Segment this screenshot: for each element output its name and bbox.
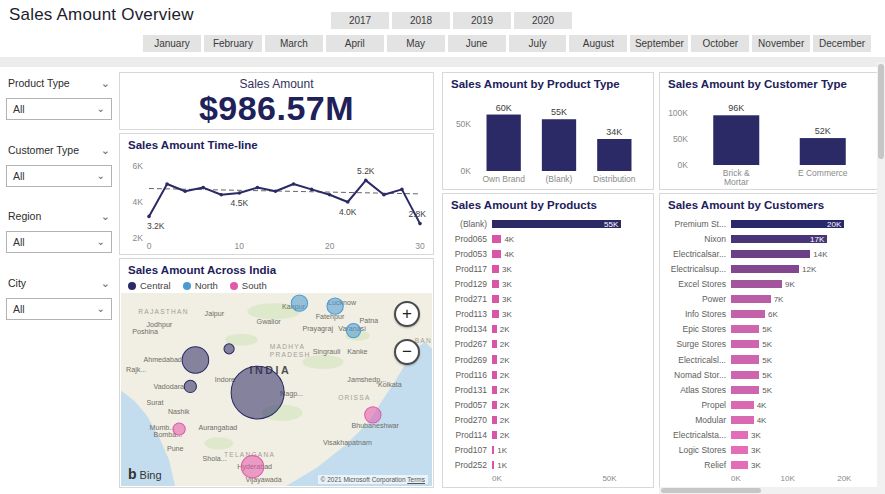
data-point[interactable]	[238, 191, 242, 195]
data-point[interactable]	[147, 215, 151, 219]
page-vertical-scrollbar[interactable]	[877, 62, 885, 494]
month-button-december[interactable]: December	[813, 35, 871, 52]
map-bubble-south[interactable]	[173, 423, 185, 435]
bar[interactable]	[731, 265, 799, 273]
data-point[interactable]	[274, 189, 278, 193]
map-bubble-south[interactable]	[365, 407, 381, 423]
bar[interactable]	[731, 446, 748, 454]
bar[interactable]	[492, 371, 497, 379]
bar[interactable]	[731, 340, 759, 348]
month-button-september[interactable]: September	[630, 35, 688, 52]
timeline-chart: 2K4K6K01020303.2K4.5K4.0K5.2K2.8K	[123, 156, 430, 252]
bar[interactable]	[731, 295, 771, 303]
map-bubble-central[interactable]	[224, 344, 234, 354]
slicer-dropdown-customer-type[interactable]: All⌄	[6, 165, 112, 187]
legend-item-north[interactable]: North	[183, 280, 218, 291]
map-bubble-north[interactable]	[346, 323, 360, 337]
bar[interactable]	[492, 295, 499, 303]
bar[interactable]	[731, 280, 782, 288]
data-point[interactable]	[292, 182, 296, 186]
data-point[interactable]	[165, 182, 169, 186]
data-point[interactable]	[256, 186, 260, 190]
month-button-october[interactable]: October	[691, 35, 749, 52]
horizontal-scrollbar-thumb[interactable]	[661, 488, 761, 493]
year-button-2019[interactable]: 2019	[453, 12, 511, 29]
bar[interactable]	[731, 371, 759, 379]
vertical-scrollbar-thumb[interactable]	[878, 64, 884, 159]
month-button-february[interactable]: February	[204, 35, 262, 52]
map-bubble-central[interactable]	[182, 347, 209, 373]
bar[interactable]	[492, 431, 497, 439]
data-point[interactable]	[382, 193, 386, 197]
product-type-chart: 0K50K60KOwn Brand55K(Blank)34KDistributi…	[446, 95, 650, 187]
timeline-series[interactable]	[149, 180, 420, 223]
month-button-may[interactable]: May	[387, 35, 445, 52]
month-button-august[interactable]: August	[569, 35, 627, 52]
map-bubble-south[interactable]	[241, 456, 263, 478]
map-zoom-in-button[interactable]: +	[394, 301, 420, 327]
data-point[interactable]	[364, 179, 368, 183]
column-bar[interactable]	[487, 115, 521, 171]
bar[interactable]	[731, 355, 759, 363]
bar[interactable]	[492, 310, 499, 318]
month-button-july[interactable]: July	[509, 35, 567, 52]
bar[interactable]	[492, 461, 494, 469]
map-bubble-central[interactable]	[184, 380, 196, 392]
slicer-header-region[interactable]: Region⌄	[6, 209, 112, 223]
column-bar[interactable]	[542, 119, 576, 171]
year-button-2020[interactable]: 2020	[514, 12, 572, 29]
year-button-2017[interactable]: 2017	[331, 12, 389, 29]
bar[interactable]	[492, 340, 497, 348]
month-button-november[interactable]: November	[752, 35, 810, 52]
bar[interactable]	[492, 446, 494, 454]
data-point[interactable]	[183, 189, 187, 193]
customers-horizontal-scrollbar[interactable]	[659, 487, 878, 494]
bar[interactable]	[731, 310, 765, 318]
terms-link[interactable]: Terms	[407, 476, 425, 483]
slicer-dropdown-product-type[interactable]: All⌄	[6, 98, 112, 120]
month-button-june[interactable]: June	[448, 35, 506, 52]
map-bubble-central[interactable]	[231, 366, 284, 419]
bar[interactable]	[492, 355, 497, 363]
legend-item-south[interactable]: South	[230, 280, 267, 291]
bar[interactable]	[492, 280, 499, 288]
data-point[interactable]	[418, 222, 422, 226]
year-button-2018[interactable]: 2018	[392, 12, 450, 29]
map-zoom-out-button[interactable]: −	[394, 339, 420, 365]
data-point[interactable]	[400, 188, 404, 192]
map-bubble-north[interactable]	[291, 295, 307, 311]
bar[interactable]	[731, 461, 748, 469]
slicer-dropdown-city[interactable]: All⌄	[6, 298, 112, 320]
slicer-header-customer-type[interactable]: Customer Type⌄	[6, 143, 112, 157]
map-bubble-north[interactable]	[327, 298, 343, 314]
bar[interactable]	[492, 386, 497, 394]
bar[interactable]	[492, 416, 497, 424]
bar[interactable]	[492, 250, 501, 258]
column-bar[interactable]	[597, 139, 631, 171]
slicer-dropdown-region[interactable]: All⌄	[6, 231, 112, 253]
bar[interactable]	[731, 401, 754, 409]
slicer-header-product-type[interactable]: Product Type⌄	[6, 76, 112, 90]
bar[interactable]	[731, 416, 754, 424]
bar[interactable]	[492, 220, 621, 228]
bar[interactable]	[492, 265, 499, 273]
bar[interactable]	[731, 325, 759, 333]
legend-item-central[interactable]: Central	[128, 280, 171, 291]
column-bar[interactable]	[800, 138, 846, 165]
month-button-march[interactable]: March	[265, 35, 323, 52]
bar[interactable]	[731, 431, 748, 439]
bar[interactable]	[492, 325, 497, 333]
data-point[interactable]	[328, 193, 332, 197]
month-button-april[interactable]: April	[326, 35, 384, 52]
data-point[interactable]	[310, 188, 314, 192]
bar[interactable]	[492, 401, 497, 409]
data-point[interactable]	[346, 200, 350, 204]
bar[interactable]	[731, 386, 759, 394]
bar[interactable]	[731, 250, 810, 258]
data-point[interactable]	[219, 193, 223, 197]
bar[interactable]	[492, 235, 501, 243]
month-button-january[interactable]: January	[143, 35, 201, 52]
slicer-header-city[interactable]: City⌄	[6, 276, 112, 290]
column-bar[interactable]	[713, 115, 759, 165]
data-point[interactable]	[201, 186, 205, 190]
